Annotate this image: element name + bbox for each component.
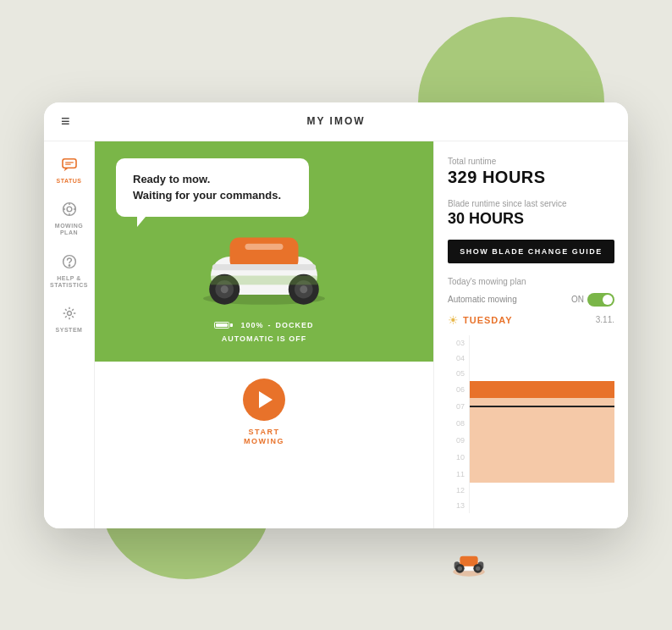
blade-runtime-value: 30 HOURS (448, 210, 614, 228)
bar-fill-09 (470, 432, 614, 449)
bar-05 (469, 366, 614, 381)
bar-04 (469, 351, 614, 366)
chart-row-07: 07 (448, 398, 614, 415)
bar-fill-10 (470, 449, 614, 466)
bar-10 (469, 449, 614, 466)
svg-point-6 (458, 566, 462, 571)
time-label-12: 12 (448, 486, 465, 495)
time-chart: 03 04 05 06 (448, 335, 614, 513)
start-mowing-button[interactable] (243, 379, 285, 421)
app-title: MY iMOW (306, 115, 365, 127)
day-row: ☀ TUESDAY 3.11. (448, 313, 614, 327)
sidebar-help-label: HELP & STATISTICS (50, 275, 88, 290)
day-name: TUESDAY (463, 315, 596, 325)
chart-row-05: 05 (448, 366, 614, 381)
auto-mowing-toggle[interactable] (587, 293, 614, 307)
mowing-plan-icon (62, 202, 77, 221)
chart-row-09: 09 (448, 432, 614, 449)
mower-bottom-icon (452, 550, 486, 583)
blade-guide-button[interactable]: SHOW BLADE CHANGE GUIDE (448, 240, 614, 263)
sidebar-item-mowing-plan[interactable]: MOWING PLAN (44, 193, 94, 246)
battery-percent: 100% (240, 321, 263, 329)
sun-icon: ☀ (448, 313, 459, 327)
chart-row-03: 03 (448, 335, 614, 351)
time-label-10: 10 (448, 453, 465, 461)
svg-point-14 (67, 207, 72, 212)
battery-icon (214, 322, 233, 329)
svg-rect-25 (245, 244, 284, 250)
speech-bubble-text: Ready to mow. Waiting for your commands. (133, 171, 292, 204)
sidebar-mowing-plan-label: MOWING PLAN (55, 223, 83, 237)
plan-section-title: Today's mowing plan (448, 277, 614, 286)
main-content: STATUS MOWING PLAN (44, 141, 628, 528)
bar-07 (469, 398, 614, 415)
mower-illustration (116, 222, 412, 311)
hero-area: Ready to mow. Waiting for your commands. (95, 141, 433, 362)
sidebar-status-label: STATUS (57, 178, 82, 185)
toggle-knob (603, 295, 613, 305)
status-bar: 100% - DOCKED AUTOMATIC IS OFF (116, 317, 412, 349)
time-label-07: 07 (448, 402, 465, 411)
help-icon (62, 254, 77, 274)
title-bar: ≡ MY iMOW (44, 102, 628, 141)
total-runtime-label: Total runtime (448, 157, 614, 166)
bar-12 (469, 483, 614, 498)
bar-08 (469, 415, 614, 432)
time-label-05: 05 (448, 369, 465, 378)
svg-point-28 (221, 285, 229, 293)
auto-mowing-label: Automatic mowing (448, 295, 517, 304)
total-runtime-value: 329 HOURS (448, 168, 614, 187)
chart-row-10: 10 (448, 449, 614, 466)
play-icon (259, 391, 273, 408)
bar-13 (469, 498, 614, 513)
automatic-status: AUTOMATIC IS OFF (222, 334, 307, 343)
chart-row-11: 11 (448, 466, 614, 483)
bar-11 (469, 466, 614, 483)
center-content: Ready to mow. Waiting for your commands. (95, 141, 433, 528)
right-panel: Total runtime 329 HOURS Blade runtime si… (433, 141, 628, 528)
toggle-on-container: ON (571, 293, 614, 307)
bar-fill-06 (470, 381, 614, 398)
sidebar-item-help[interactable]: HELP & STATISTICS (44, 246, 94, 298)
bar-fill-08 (470, 415, 614, 432)
speech-bubble: Ready to mow. Waiting for your commands. (116, 158, 309, 217)
chart-row-13: 13 (448, 498, 614, 513)
time-label-04: 04 (448, 354, 465, 362)
chart-row-12: 12 (448, 483, 614, 498)
time-label-11: 11 (448, 470, 465, 478)
start-label-2: MOWING (244, 437, 284, 445)
hamburger-menu[interactable]: ≡ (61, 113, 70, 130)
time-marker-line (470, 406, 614, 407)
time-label-08: 08 (448, 419, 465, 428)
chart-row-06: 06 (448, 381, 614, 398)
svg-rect-32 (212, 264, 316, 270)
svg-point-20 (69, 265, 69, 266)
auto-mowing-row: Automatic mowing ON (448, 293, 614, 307)
svg-rect-9 (63, 158, 76, 167)
time-label-09: 09 (448, 436, 465, 445)
sidebar-item-system[interactable]: SYSTEM (44, 297, 94, 342)
chart-row-08: 08 (448, 415, 614, 432)
total-runtime-section: Total runtime 329 HOURS (448, 157, 614, 187)
svg-point-8 (476, 566, 480, 571)
bar-09 (469, 432, 614, 449)
sidebar: STATUS MOWING PLAN (44, 141, 95, 528)
svg-rect-4 (460, 556, 477, 566)
start-mowing-label: START MOWING (244, 428, 284, 447)
time-label-03: 03 (448, 339, 465, 347)
speech-line1: Ready to mow. (133, 173, 210, 185)
time-label-06: 06 (448, 385, 465, 394)
svg-rect-33 (211, 276, 317, 285)
toggle-state-label: ON (571, 295, 584, 304)
svg-point-31 (300, 285, 307, 293)
system-icon (62, 306, 77, 325)
bar-fill-11 (470, 466, 614, 483)
chart-row-04: 04 (448, 351, 614, 366)
docked-status: DOCKED (276, 321, 314, 329)
blade-runtime-label: Blade runtime since last service (448, 199, 614, 208)
bar-03 (469, 335, 614, 351)
bar-06 (469, 381, 614, 398)
app-window: ≡ MY iMOW STATUS (44, 102, 628, 528)
blade-runtime-section: Blade runtime since last service 30 HOUR… (448, 199, 614, 228)
sidebar-item-status[interactable]: STATUS (44, 150, 94, 193)
